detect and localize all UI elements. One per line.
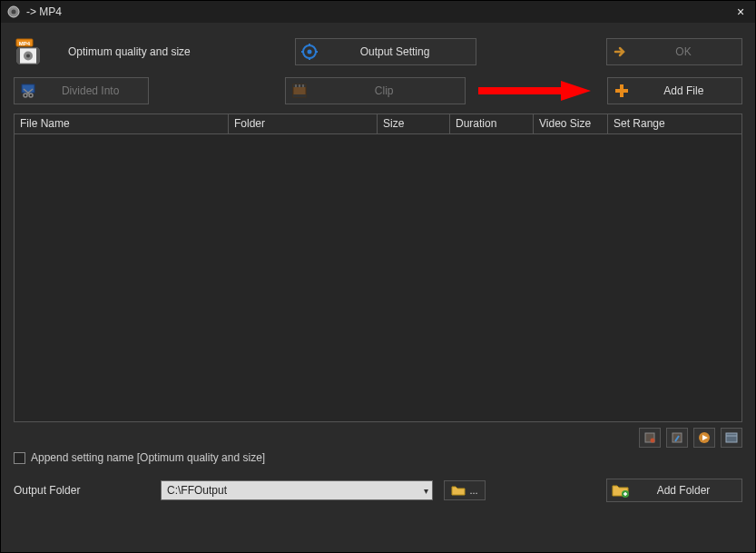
output-folder-label: Output Folder <box>14 484 150 497</box>
film-clip-icon <box>286 83 313 99</box>
quality-preset-label: Optimum quality and size <box>68 45 250 58</box>
option-button-1[interactable] <box>639 428 661 448</box>
divided-into-label: Divided Into <box>42 84 148 97</box>
svg-point-10 <box>308 50 312 54</box>
add-file-button[interactable]: Add File <box>607 77 742 104</box>
close-button[interactable]: × <box>731 5 750 19</box>
ok-label: OK <box>634 45 741 58</box>
play-button[interactable] <box>693 428 715 448</box>
svg-text:MP4: MP4 <box>19 41 31 46</box>
top-row: MP4 Optimum quality and size Output Sett… <box>1 23 755 74</box>
plus-icon <box>608 83 635 99</box>
svg-marker-27 <box>561 81 591 101</box>
col-set-range[interactable]: Set Range <box>608 114 741 133</box>
col-video-size[interactable]: Video Size <box>534 114 608 133</box>
svg-rect-22 <box>293 94 306 97</box>
append-setting-row: Append setting name [Optimum quality and… <box>1 449 755 473</box>
svg-point-31 <box>651 439 655 443</box>
output-folder-path: C:\FFOutput <box>167 484 227 497</box>
add-folder-label: Add Folder <box>634 484 741 497</box>
browse-ellipsis: ... <box>469 485 477 496</box>
output-folder-row: Output Folder C:\FFOutput ▾ ... Add Fold… <box>1 473 755 513</box>
ok-button[interactable]: OK <box>606 38 742 65</box>
file-table: File Name Folder Size Duration Video Siz… <box>14 114 742 422</box>
svg-rect-35 <box>726 433 737 442</box>
add-folder-button[interactable]: Add Folder <box>606 479 742 502</box>
col-folder[interactable]: Folder <box>229 114 378 133</box>
folder-add-icon <box>607 483 634 498</box>
svg-rect-7 <box>17 48 20 64</box>
chevron-down-icon: ▾ <box>424 486 428 496</box>
footer-icon-row <box>1 422 755 449</box>
svg-rect-8 <box>36 48 39 64</box>
svg-point-1 <box>12 10 16 15</box>
app-icon <box>6 5 21 19</box>
col-file-name[interactable]: File Name <box>15 114 229 133</box>
action-row: Divided Into Clip Add File <box>1 74 755 114</box>
svg-rect-15 <box>22 84 34 93</box>
clip-button[interactable]: Clip <box>285 77 466 104</box>
option-button-2[interactable] <box>666 428 688 448</box>
scissors-icon <box>15 83 42 99</box>
output-setting-label: Output Setting <box>323 45 476 58</box>
append-setting-label: Append setting name [Optimum quality and… <box>31 451 265 464</box>
table-body-empty <box>15 134 741 421</box>
window-title: -> MP4 <box>26 5 731 18</box>
col-size[interactable]: Size <box>378 114 450 133</box>
titlebar: -> MP4 × <box>1 1 755 23</box>
browse-folder-button[interactable]: ... <box>444 480 486 500</box>
svg-point-6 <box>26 54 30 58</box>
clip-label: Clip <box>313 84 465 97</box>
mp4-format-icon: MP4 <box>14 37 43 66</box>
output-setting-button[interactable]: Output Setting <box>295 38 476 65</box>
window-layout-button[interactable] <box>721 428 742 448</box>
annotation-arrow <box>475 79 598 103</box>
table-header-row: File Name Folder Size Duration Video Siz… <box>15 114 741 134</box>
add-file-label: Add File <box>635 84 741 97</box>
gear-icon <box>296 44 323 60</box>
col-duration[interactable]: Duration <box>450 114 534 133</box>
folder-icon <box>451 484 466 497</box>
output-folder-select[interactable]: C:\FFOutput ▾ <box>161 480 433 500</box>
append-setting-checkbox[interactable] <box>14 452 25 464</box>
divided-into-button[interactable]: Divided Into <box>14 77 149 104</box>
arrow-right-icon <box>607 44 634 59</box>
